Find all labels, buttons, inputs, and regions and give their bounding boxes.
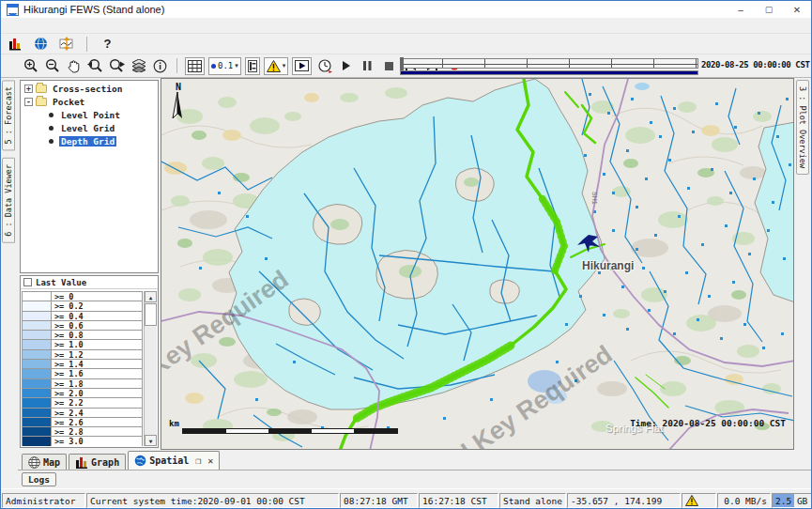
minimize-button[interactable]: – — [727, 1, 755, 18]
tab-map[interactable]: Map — [22, 454, 67, 470]
tree-item-label[interactable]: Depth Grid — [59, 136, 116, 147]
legend-row[interactable]: >= 0.8 — [22, 330, 143, 339]
animation-clock-icon[interactable] — [315, 57, 333, 74]
legend-class-label: >= 0.4 — [52, 311, 143, 320]
map-display-icon[interactable] — [32, 36, 50, 53]
legend-row[interactable]: >= 1.0 — [22, 339, 143, 348]
scroll-down-icon[interactable]: ▼ — [145, 435, 157, 446]
globe-wire-icon — [28, 456, 40, 469]
menu-item[interactable] — [16, 24, 31, 26]
zoom-out-icon[interactable] — [43, 57, 61, 74]
logs-button[interactable]: Logs — [22, 472, 56, 486]
close-button[interactable]: ✕ — [783, 1, 811, 18]
status-user: Administrator — [2, 493, 85, 508]
tab-plot-overview[interactable]: 3 : Plot Overview — [796, 80, 809, 175]
legend-color-swatch — [22, 368, 52, 378]
tree-item-label[interactable]: Level Grid — [59, 123, 116, 133]
legend-row[interactable]: >= 1.8 — [22, 378, 143, 388]
help-icon[interactable]: ? — [99, 36, 116, 53]
legend-row[interactable]: >= 0 — [22, 291, 143, 301]
tab-graph[interactable]: Graph — [69, 454, 126, 470]
tab-spatial[interactable]: Spatial ❐ ✕ — [128, 451, 220, 470]
legend-title: Last Value — [36, 278, 86, 287]
grid-display-button[interactable] — [185, 57, 205, 75]
status-warning-cell[interactable] — [682, 493, 716, 508]
legend-row[interactable]: >= 2.8 — [22, 426, 143, 436]
legend-color-swatch — [22, 426, 52, 436]
legend-row[interactable]: >= 0.2 — [22, 301, 143, 310]
graph-display-icon[interactable] — [7, 36, 24, 53]
legend-row[interactable]: >= 1.2 — [22, 349, 143, 359]
tree-item[interactable]: Depth Grid — [24, 135, 158, 147]
timeline-thumb[interactable] — [400, 57, 404, 70]
animation-window-button[interactable] — [292, 57, 312, 75]
north-label: N — [171, 82, 186, 92]
menu-item[interactable] — [31, 24, 46, 26]
main-toolbar: ? — [1, 34, 811, 54]
legend-row[interactable]: >= 1.4 — [22, 359, 143, 368]
scrollbar-thumb[interactable] — [145, 303, 157, 326]
bottom-tab-bar: Map Graph Spatial ❐ ✕ — [18, 451, 812, 470]
tab-restore-icon[interactable]: ❐ — [195, 455, 201, 466]
legend-row[interactable]: >= 1.6 — [22, 368, 143, 378]
legend-class-label: >= 2.8 — [52, 426, 143, 436]
legend-class-label: >= 1.8 — [52, 378, 143, 388]
legend-row[interactable]: >= 2.4 — [22, 408, 143, 417]
tab-close-icon[interactable]: ✕ — [207, 455, 213, 466]
pan-hand-icon[interactable] — [65, 57, 83, 74]
legend-row[interactable]: >= 3.0 — [22, 436, 143, 445]
layers-icon[interactable] — [130, 57, 147, 74]
legend-class-label: >= 0 — [52, 291, 143, 301]
app-window: Hikurangi FEWS (Stand alone) – ▢ ✕ ? — [0, 0, 812, 509]
legend-scrollbar[interactable]: ▲ ▼ — [144, 291, 157, 446]
legend-color-swatch — [22, 320, 52, 330]
legend-row[interactable]: >= 2.6 — [22, 417, 143, 426]
menu-item[interactable] — [46, 24, 61, 26]
tree-item-label[interactable]: Cross-section — [51, 84, 124, 94]
info-icon[interactable] — [151, 57, 169, 74]
map-canvas[interactable]: SH1 API Key Required API Key Required N … — [161, 78, 794, 450]
tree-item-label[interactable]: Level Point — [59, 110, 122, 120]
timeline-slider[interactable] — [400, 58, 698, 69]
status-network-rate: 0.0 MB/s — [717, 493, 771, 508]
tree-node-icon — [36, 98, 47, 106]
zoom-in-icon[interactable] — [22, 57, 39, 74]
maximize-button[interactable]: ▢ — [755, 1, 783, 18]
legend-color-swatch — [22, 311, 52, 320]
last-value-checkbox[interactable] — [23, 278, 32, 286]
zoom-next-icon[interactable] — [108, 57, 126, 74]
layer-tree: + Cross-section - Pocket Level Point Lev… — [20, 80, 159, 273]
tree-expander-icon[interactable]: - — [24, 98, 33, 106]
tab-forecast[interactable]: 5 : Forecast — [2, 80, 15, 150]
scroll-up-icon[interactable]: ▲ — [145, 291, 157, 302]
tree-item[interactable]: Level Grid — [24, 122, 158, 133]
legend-row[interactable]: >= 2.0 — [22, 388, 143, 397]
tree-item[interactable]: Level Point — [24, 109, 158, 120]
legend-class-label: >= 0.8 — [52, 330, 143, 339]
longitudinal-profile-button[interactable] — [245, 57, 260, 75]
zoom-previous-icon[interactable] — [86, 57, 104, 74]
tree-item[interactable]: - Pocket — [24, 96, 158, 107]
tree-expander-icon[interactable]: + — [24, 85, 33, 93]
town-label: Hikurangi — [582, 259, 634, 272]
thresholds-dropdown[interactable]: ▾ — [264, 57, 289, 75]
classification-dropdown[interactable]: 0.1 ▾ — [208, 57, 241, 75]
tree-item-label[interactable]: Pocket — [51, 97, 86, 107]
tab-data-viewer[interactable]: 6 : Data Viewer — [2, 158, 15, 243]
legend-color-swatch — [22, 330, 52, 339]
right-tab-strip: 3 : Plot Overview — [794, 78, 812, 450]
tree-node-icon — [49, 126, 54, 131]
menu-item[interactable] — [1, 24, 16, 26]
stop-icon[interactable] — [380, 57, 398, 74]
legend-row[interactable]: >= 0.6 — [22, 320, 143, 330]
legend-color-swatch — [22, 436, 52, 445]
tree-item[interactable]: + Cross-section — [24, 83, 158, 94]
legend-row[interactable]: >= 0.4 — [22, 311, 143, 320]
legend-row[interactable]: >= 2.2 — [22, 397, 143, 407]
title-bar: Hikurangi FEWS (Stand alone) – ▢ ✕ — [1, 1, 811, 18]
profile-display-icon[interactable] — [57, 36, 75, 53]
pause-icon[interactable] — [359, 57, 376, 74]
legend-color-swatch — [22, 349, 52, 359]
play-icon[interactable] — [337, 57, 355, 74]
menu-bar — [1, 18, 811, 34]
